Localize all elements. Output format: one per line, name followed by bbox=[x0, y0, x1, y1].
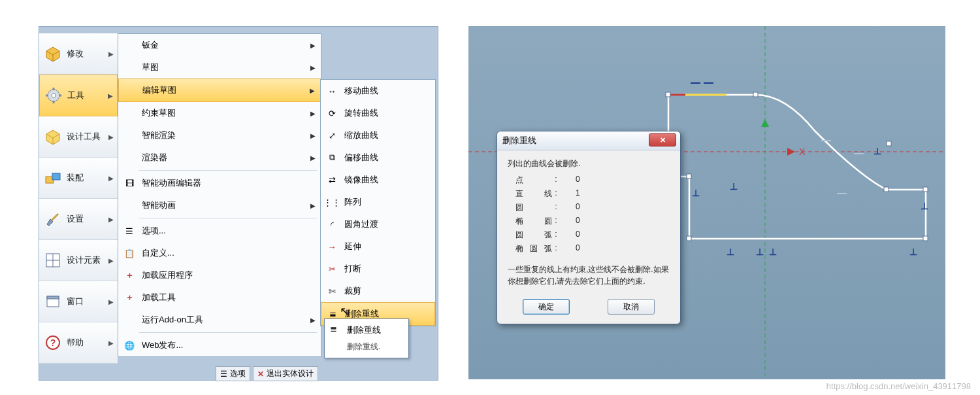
sm1-load-app[interactable]: ＋加载应用程序 bbox=[118, 264, 321, 286]
label: 加载应用程序 bbox=[142, 269, 193, 281]
sm1-web-publish[interactable]: 🌐Web发布... bbox=[118, 334, 321, 356]
chevron-right-icon: ▶ bbox=[310, 202, 316, 209]
dialog-title-bar[interactable]: 删除重线 ✕ bbox=[497, 131, 680, 150]
pattern-icon: ⋮⋮ bbox=[326, 196, 338, 208]
main-menu-design-tools[interactable]: 设计工具▶ bbox=[39, 116, 118, 158]
sm2-rotate[interactable]: ⟳旋转曲线 bbox=[321, 102, 435, 124]
options-icon: ☰ bbox=[123, 225, 135, 237]
rotate-icon: ⟳ bbox=[326, 107, 338, 119]
sm2-fillet[interactable]: ◜圆角过渡 bbox=[321, 213, 435, 235]
ok-button[interactable]: 确定 bbox=[523, 299, 570, 315]
label: 延伸 bbox=[344, 241, 361, 252]
main-menu-assembly[interactable]: 装配▶ bbox=[39, 158, 118, 199]
label: 椭圆 bbox=[515, 216, 552, 227]
label: 工具 bbox=[67, 90, 84, 101]
right-screenshot: X ⊥⊥ ⊥⊥ ⊥⊥ ⊥⊥ ⊥ bbox=[468, 26, 945, 379]
svg-text:?: ? bbox=[50, 337, 56, 348]
options-button[interactable]: ☰选项 bbox=[216, 366, 250, 381]
sm2-offset[interactable]: ⧉偏移曲线 bbox=[321, 146, 435, 169]
main-menu-design-element[interactable]: 设计元素▶ bbox=[39, 240, 118, 281]
svg-rect-30 bbox=[687, 236, 691, 241]
sm1-run-addon[interactable]: 运行Add-on工具▶ bbox=[118, 309, 321, 331]
sm2-move[interactable]: ↔移动曲线 bbox=[321, 80, 435, 102]
bottom-bar: ☰选项 ✕退出实体设计 bbox=[216, 366, 318, 381]
label: 智能渲染 bbox=[142, 129, 176, 141]
label: 智能动画 bbox=[142, 199, 176, 211]
svg-text:⊥: ⊥ bbox=[909, 247, 917, 257]
sm1-constrain-sketch[interactable]: 约束草图▶ bbox=[118, 102, 321, 124]
sm1-sheetmetal[interactable]: 钣金▶ bbox=[118, 34, 321, 56]
label: 帮助 bbox=[67, 337, 84, 349]
film-icon: 🎞 bbox=[123, 177, 135, 189]
dialog-body: 列出的曲线会被删除. 点:0 直线:1 圆:0 椭圆:0 圆弧:0 椭圆弧:0 … bbox=[497, 150, 680, 294]
sm1-smart-render[interactable]: 智能渲染▶ bbox=[118, 124, 321, 146]
chevron-right-icon: ▶ bbox=[310, 317, 316, 324]
cancel-button[interactable]: 取消 bbox=[608, 299, 655, 315]
label: Web发布... bbox=[142, 339, 183, 351]
exit-button[interactable]: ✕退出实体设计 bbox=[253, 366, 318, 381]
sm1-edit-sketch[interactable]: 编辑草图▶ bbox=[118, 78, 321, 102]
sm1-renderer[interactable]: 渲染器▶ bbox=[118, 146, 321, 169]
value: 0 bbox=[576, 202, 580, 213]
assembly-icon bbox=[43, 168, 63, 188]
sm2-trim[interactable]: ✄裁剪 bbox=[321, 280, 435, 302]
fillet-icon: ◜ bbox=[326, 218, 338, 230]
sm2-pattern[interactable]: ⋮⋮阵列 bbox=[321, 191, 435, 213]
row-line: 直线:1 bbox=[508, 188, 670, 199]
chevron-right-icon: ▶ bbox=[310, 154, 316, 162]
globe-icon: 🌐 bbox=[123, 339, 135, 351]
row-ellipse: 椭圆:0 bbox=[508, 216, 670, 227]
chevron-right-icon: ▶ bbox=[108, 92, 113, 99]
sm1-customize[interactable]: 📋自定义... bbox=[118, 242, 321, 264]
svg-rect-17 bbox=[47, 296, 59, 299]
svg-rect-29 bbox=[687, 174, 691, 179]
sm2-extend[interactable]: →延伸 bbox=[321, 235, 435, 258]
main-menu-help[interactable]: ? 帮助▶ bbox=[39, 322, 118, 364]
chevron-right-icon: ▶ bbox=[310, 132, 316, 139]
label: 设计元素 bbox=[67, 254, 101, 266]
chevron-right-icon: ▶ bbox=[108, 50, 114, 58]
offset-icon: ⧉ bbox=[326, 152, 338, 163]
label: 圆弧 bbox=[515, 230, 552, 241]
sm1-load-tool[interactable]: ＋加载工具 bbox=[118, 286, 321, 309]
svg-text:⊥: ⊥ bbox=[730, 181, 738, 192]
svg-marker-22 bbox=[787, 148, 795, 156]
sm1-anim-editor[interactable]: 🎞智能动画编辑器 bbox=[118, 172, 321, 194]
sm2-scale[interactable]: ⤢缩放曲线 bbox=[321, 124, 435, 146]
main-menu: 修改▶ 工具▶ 设计工具▶ 装配▶ 设置▶ 设计元素▶ 窗口▶ ? 帮助▶ bbox=[39, 33, 118, 364]
sm2-break[interactable]: ✂打断 bbox=[321, 258, 435, 280]
close-button[interactable]: ✕ bbox=[649, 133, 676, 146]
value: 0 bbox=[576, 216, 580, 227]
sm2-mirror[interactable]: ⇄镜像曲线 bbox=[321, 169, 435, 191]
plus-gear-icon: ＋ bbox=[123, 292, 135, 303]
sm1-sketch[interactable]: 草图▶ bbox=[118, 56, 321, 78]
main-menu-window[interactable]: 窗口▶ bbox=[39, 281, 118, 322]
main-menu-tools[interactable]: 工具▶ bbox=[39, 75, 118, 116]
label: 偏移曲线 bbox=[344, 152, 378, 163]
svg-marker-23 bbox=[761, 119, 769, 127]
svg-line-12 bbox=[52, 214, 58, 220]
label: 点 bbox=[515, 175, 552, 186]
label: 裁剪 bbox=[344, 285, 361, 297]
brush-icon bbox=[43, 209, 63, 229]
chevron-right-icon: ▶ bbox=[108, 339, 114, 347]
sm1-options[interactable]: ☰选项... bbox=[118, 220, 321, 242]
sm1-anim[interactable]: 智能动画▶ bbox=[118, 194, 321, 216]
label: 约束草图 bbox=[142, 107, 176, 119]
main-menu-modify[interactable]: 修改▶ bbox=[39, 33, 118, 75]
dialog-heading: 列出的曲线会被删除. bbox=[508, 158, 670, 169]
value: 0 bbox=[576, 175, 580, 186]
separator bbox=[139, 218, 317, 218]
svg-text:⊥: ⊥ bbox=[874, 146, 881, 156]
trim-icon: ✄ bbox=[326, 285, 338, 297]
label: 加载工具 bbox=[142, 292, 176, 303]
main-menu-settings[interactable]: 设置▶ bbox=[39, 199, 118, 240]
window-icon bbox=[43, 292, 63, 311]
grid-icon bbox=[43, 250, 63, 270]
label: 圆角过渡 bbox=[344, 218, 378, 230]
label: 设置 bbox=[67, 213, 84, 225]
tooltip: ≣删除重线 删除重线. bbox=[324, 318, 409, 358]
svg-rect-33 bbox=[884, 187, 889, 192]
label: 钣金 bbox=[142, 39, 159, 51]
chevron-right-icon: ▶ bbox=[108, 175, 114, 182]
